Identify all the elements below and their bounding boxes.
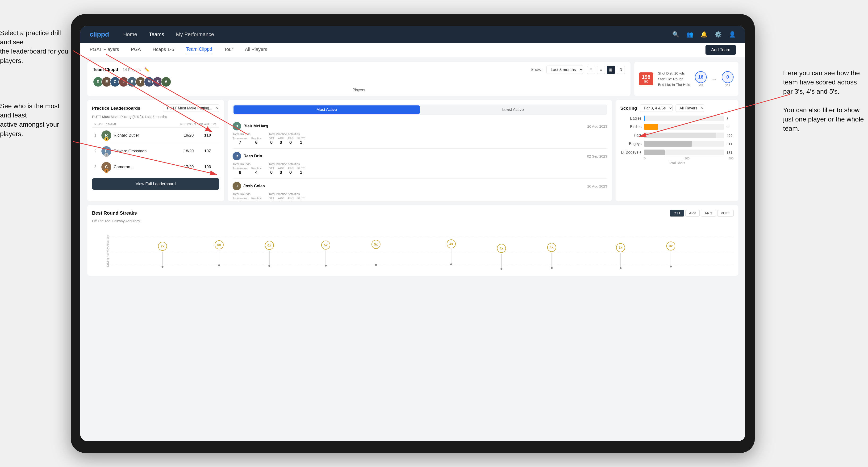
streak-point-2: 6x (265, 241, 274, 267)
lb-avatar-3: C 3 (101, 162, 111, 172)
bar-track-dbogeys (644, 150, 724, 155)
bar-fill-birdies (644, 124, 658, 130)
streak-bubble-7: 4x (547, 243, 556, 252)
user-avatar-icon[interactable]: 👤 (729, 31, 736, 38)
lb-score-2: 18/20 (179, 149, 198, 154)
list-view-btn[interactable]: ≡ (597, 66, 605, 74)
bar-row-eagles: Eagles 3 (620, 116, 734, 121)
team-info-card: Team Clippd 14 Players ✏️ Show: Last 3 m… (87, 62, 630, 96)
subnav: PGAT Players PGA Hcaps 1-5 Team Clippd T… (80, 43, 745, 57)
total-shots-label: Total Shots (620, 161, 734, 165)
lb-avg-1: 110 (198, 133, 217, 138)
nav-teams[interactable]: Teams (149, 31, 164, 37)
view-leaderboard-button[interactable]: View Full Leaderboard (92, 178, 219, 190)
leaderboard-subtitle: PUTT Must Make Putting (3-6 ft), Last 3 … (92, 115, 219, 119)
nav-logo: clippd (90, 31, 109, 38)
nav-home[interactable]: Home (123, 31, 137, 37)
shot-numbers: 16 yds → 0 yds (695, 71, 734, 87)
show-select[interactable]: Last 3 months (546, 66, 583, 74)
bar-fill-pars (644, 132, 716, 138)
streak-dot-2 (269, 265, 270, 267)
bell-icon[interactable]: 🔔 (701, 31, 708, 38)
x-label-0: 0 (644, 157, 646, 160)
streak-point-0: 7x (158, 242, 167, 268)
lb-col-player-header: PLAYER NAME (94, 122, 179, 126)
streak-bubble-1: 6x (215, 240, 224, 249)
edit-icon[interactable]: ✏️ (144, 67, 150, 72)
team-count: 14 Players (123, 68, 141, 72)
settings-icon[interactable]: ⚙️ (715, 31, 722, 38)
streak-line-7 (552, 253, 552, 267)
streak-btn-putt[interactable]: PUTT (717, 210, 734, 217)
shot-num-2: 0 (722, 71, 734, 83)
bar-row-birdies: Birdies 96 (620, 124, 734, 130)
pa-practice-3: Practice 2 (251, 197, 261, 201)
streak-bubble-3: 5x (321, 241, 330, 250)
pa-activities-group-3: Total Practice Activities OTT 0 APP 0 (269, 192, 305, 201)
streak-line-1 (219, 250, 219, 264)
add-team-button[interactable]: Add Team (706, 45, 736, 55)
card-view-btn[interactable]: ▦ (607, 66, 615, 74)
pa-arg-1: ARG 0 (287, 137, 294, 145)
grid-view-btn[interactable]: ⊞ (587, 66, 595, 74)
streak-dot-0 (161, 266, 163, 268)
streak-line-9 (671, 251, 671, 266)
bar-fill-eagles (644, 116, 645, 121)
tab-least-active[interactable]: Least Active (420, 105, 606, 114)
lb-name-1: Richard Butler (114, 133, 179, 138)
subnav-team[interactable]: Team Clippd (186, 46, 212, 53)
streak-btn-ott[interactable]: OTT (670, 210, 684, 217)
pa-tournament-3: Tournament 7 (232, 197, 247, 201)
scoring-player-filter[interactable]: All Players (676, 104, 704, 112)
pa-name-2: Rees Britt (243, 154, 262, 158)
pa-activities-group-1: Total Practice Activities OTT 0 APP 0 (269, 132, 305, 145)
bar-value-eagles: 3 (726, 117, 734, 121)
subnav-all-players[interactable]: All Players (245, 47, 267, 53)
streak-btn-app[interactable]: APP (685, 210, 700, 217)
streak-dot-5 (450, 263, 452, 266)
subnav-tour[interactable]: Tour (224, 47, 233, 53)
lb-score-3: 17/20 (179, 165, 198, 169)
streak-dot-7 (551, 267, 553, 269)
pa-rounds-group-3: Total Rounds Tournament 7 Practice 2 (232, 192, 261, 201)
shot-num-1-wrap: 16 yds (695, 71, 707, 87)
lb-rank-1: 1 (94, 133, 101, 137)
nav-items: Home Teams My Performance (123, 31, 672, 37)
shot-connector: → (711, 76, 717, 82)
streak-bubble-0: 7x (158, 242, 167, 251)
streak-point-6: 4x (497, 244, 506, 270)
bar-value-bogeys: 311 (726, 142, 734, 146)
pa-rounds-values-1: Tournament 7 Practice 6 (232, 137, 261, 145)
leaderboard-header: Practice Leaderboards PUTT Must Make Put… (92, 104, 219, 112)
nav-performance[interactable]: My Performance (176, 31, 214, 37)
shot-info: Shot Dist: 16 yds Start Lie: Rough End L… (658, 70, 690, 88)
pa-app-2: APP 0 (278, 167, 284, 175)
pa-putt-2: PUTT 1 (298, 167, 305, 175)
pa-tournament-1: Tournament 7 (232, 137, 247, 145)
lb-avatar-1: R 1 (101, 130, 111, 140)
nav-icons: 🔍 👥 🔔 ⚙️ 👤 (672, 31, 736, 38)
lb-row-1: 1 R 1 Richard Butler 19/20 110 (92, 128, 219, 144)
team-row: Team Clippd 14 Players ✏️ Show: Last 3 m… (87, 62, 738, 96)
shot-num-1: 16 (695, 71, 707, 83)
streak-bubble-5: 4x (447, 239, 456, 248)
scoring-par-filter[interactable]: Par 3, 4 & 5s (640, 104, 673, 112)
streak-point-1: 6x (215, 240, 224, 266)
pa-ott-1: OTT 0 (269, 137, 274, 145)
filter-btn[interactable]: ⇅ (617, 66, 625, 74)
subnav-hcaps[interactable]: Hcaps 1-5 (153, 47, 174, 53)
subnav-pga[interactable]: PGA (131, 47, 141, 53)
streak-line-6 (501, 254, 502, 268)
people-icon[interactable]: 👥 (686, 31, 693, 38)
pa-header-3: J Josh Coles 26 Aug 2023 (232, 182, 607, 190)
drill-select[interactable]: PUTT Must Make Putting... (163, 104, 219, 112)
streak-btn-arg[interactable]: ARG (701, 210, 716, 217)
tab-most-active[interactable]: Most Active (234, 105, 420, 114)
pa-header-2: R Rees Britt 02 Sep 2023 (232, 152, 607, 160)
pa-practice-1: Practice 6 (251, 137, 261, 145)
show-label: Show: (531, 67, 542, 72)
search-icon[interactable]: 🔍 (672, 31, 679, 38)
annotation-top-left: Select a practice drill and see the lead… (0, 28, 71, 65)
subnav-pgat[interactable]: PGAT Players (90, 47, 119, 53)
pa-date-1: 26 Aug 2023 (587, 124, 607, 128)
